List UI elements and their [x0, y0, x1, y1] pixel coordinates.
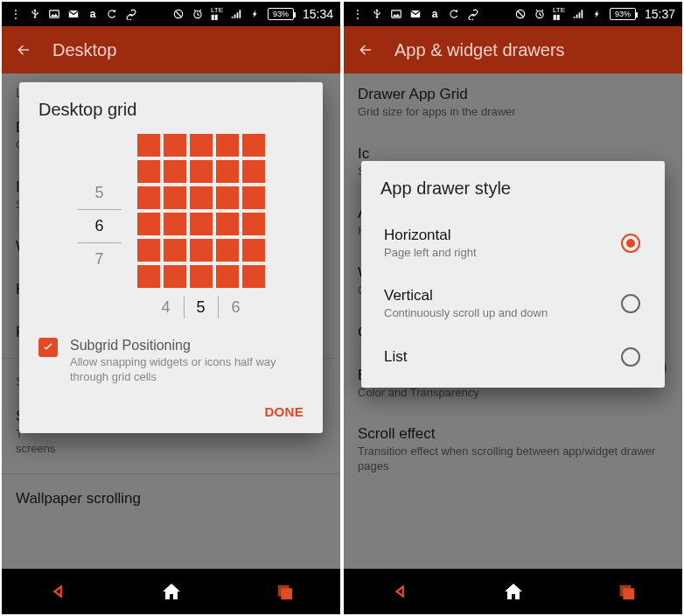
status-time: 15:34: [303, 7, 333, 21]
nav-bar: [344, 569, 682, 614]
svg-rect-5: [281, 588, 292, 599]
grid-preview: [137, 134, 265, 288]
option-list[interactable]: List: [380, 333, 646, 381]
nav-bar: [2, 569, 340, 614]
image-icon: [47, 7, 61, 21]
col-option[interactable]: 4: [149, 297, 184, 318]
nav-back[interactable]: [387, 578, 414, 605]
alarm-icon: [191, 7, 205, 21]
option-label: Horizontal: [384, 227, 477, 244]
alarm-icon: [533, 7, 547, 21]
desktop-grid-dialog: Desktop grid 5 6 7: [19, 82, 323, 433]
subgrid-checkbox[interactable]: [38, 338, 58, 357]
status-bar: ⋮ a LTE▮▮ 93% 15:34: [2, 2, 340, 26]
row-picker[interactable]: 5 6 7: [78, 134, 122, 318]
link-icon: [124, 7, 138, 21]
more-icon: ⋮: [351, 7, 365, 21]
image-icon: [389, 7, 403, 21]
option-sub: Page left and right: [384, 246, 477, 259]
nav-recent[interactable]: [613, 578, 639, 605]
row-option[interactable]: 7: [78, 243, 122, 276]
settings-list: Drawer App GridGrid size for apps in the…: [344, 74, 682, 569]
amazon-icon: a: [86, 7, 100, 21]
app-drawer-style-dialog: App drawer style Horizontal Page left an…: [361, 161, 665, 388]
signal-icon: [571, 7, 585, 21]
svg-rect-11: [623, 588, 634, 599]
option-label: List: [384, 348, 407, 366]
nav-recent[interactable]: [271, 578, 297, 605]
link-icon: [466, 7, 480, 21]
option-sub: Continuously scroll up and down: [384, 306, 548, 319]
battery-icon: 93%: [610, 8, 636, 20]
charging-icon: [590, 7, 604, 21]
app-bar: App & widget drawers: [344, 26, 682, 74]
sync-icon: [447, 7, 461, 21]
option-vertical[interactable]: Vertical Continuously scroll up and down: [380, 273, 646, 333]
more-icon: ⋮: [9, 7, 23, 21]
col-option[interactable]: 6: [219, 297, 254, 318]
dnd-icon: [171, 7, 185, 21]
radio-unselected[interactable]: [621, 347, 640, 367]
lte-icon: LTE▮▮: [552, 7, 566, 21]
right-screenshot: ⋮ a LTE▮▮ 93% 15:37 App & widget drawers…: [342, 0, 684, 616]
row-option[interactable]: 5: [78, 177, 122, 209]
status-bar: ⋮ a LTE▮▮ 93% 15:37: [344, 2, 682, 26]
status-time: 15:37: [645, 7, 675, 21]
dialog-title: App drawer style: [380, 178, 646, 199]
option-label: Vertical: [384, 287, 548, 304]
dialog-title: Desktop grid: [38, 100, 304, 120]
app-bar: Desktop: [2, 26, 340, 74]
option-horizontal[interactable]: Horizontal Page left and right: [380, 213, 646, 273]
subgrid-label: Subgrid Positioning: [70, 338, 304, 354]
col-picker[interactable]: 4 5 6: [137, 297, 265, 318]
back-icon[interactable]: [16, 42, 31, 58]
nav-home[interactable]: [500, 578, 527, 605]
dnd-icon: [513, 7, 527, 21]
charging-icon: [248, 7, 262, 21]
row-option-selected[interactable]: 6: [78, 209, 122, 243]
done-button[interactable]: DONE: [38, 404, 304, 419]
page-title: App & widget drawers: [394, 40, 565, 60]
amazon-icon: a: [428, 7, 442, 21]
mail-icon: [408, 7, 422, 21]
usb-icon: [370, 7, 384, 21]
radio-selected[interactable]: [621, 234, 640, 253]
usb-icon: [28, 7, 42, 21]
back-icon[interactable]: [358, 42, 373, 58]
sync-icon: [105, 7, 119, 21]
page-title: Desktop: [52, 40, 116, 60]
settings-list: L DG IcS W H P S ST screens Wallpaper sc…: [2, 74, 340, 569]
lte-icon: LTE▮▮: [210, 7, 224, 21]
battery-icon: 93%: [268, 8, 294, 20]
radio-unselected[interactable]: [621, 294, 640, 313]
signal-icon: [229, 7, 243, 21]
subgrid-sub: Allow snapping widgets or icons half way…: [70, 355, 304, 385]
left-screenshot: ⋮ a LTE▮▮ 93% 15:34 Desktop L DG IcS W H…: [0, 0, 342, 616]
col-option-selected[interactable]: 5: [184, 297, 219, 318]
nav-back[interactable]: [45, 578, 72, 605]
mail-icon: [66, 7, 80, 21]
nav-home[interactable]: [158, 578, 185, 605]
